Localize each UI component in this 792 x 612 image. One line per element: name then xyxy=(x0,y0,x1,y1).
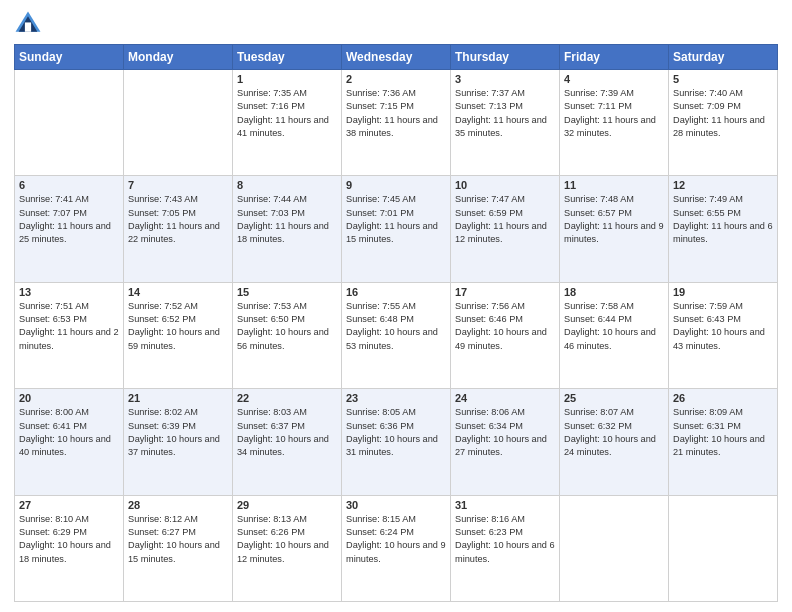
cell-info: Sunrise: 7:43 AM Sunset: 7:05 PM Dayligh… xyxy=(128,193,228,246)
cell-info: Sunrise: 8:15 AM Sunset: 6:24 PM Dayligh… xyxy=(346,513,446,566)
calendar-cell: 18Sunrise: 7:58 AM Sunset: 6:44 PM Dayli… xyxy=(560,282,669,388)
day-number: 3 xyxy=(455,73,555,85)
cell-info: Sunrise: 8:09 AM Sunset: 6:31 PM Dayligh… xyxy=(673,406,773,459)
calendar-header-monday: Monday xyxy=(124,45,233,70)
cell-info: Sunrise: 8:00 AM Sunset: 6:41 PM Dayligh… xyxy=(19,406,119,459)
cell-info: Sunrise: 7:37 AM Sunset: 7:13 PM Dayligh… xyxy=(455,87,555,140)
day-number: 18 xyxy=(564,286,664,298)
day-number: 5 xyxy=(673,73,773,85)
calendar-cell: 12Sunrise: 7:49 AM Sunset: 6:55 PM Dayli… xyxy=(669,176,778,282)
calendar-cell: 1Sunrise: 7:35 AM Sunset: 7:16 PM Daylig… xyxy=(233,70,342,176)
cell-info: Sunrise: 7:51 AM Sunset: 6:53 PM Dayligh… xyxy=(19,300,119,353)
calendar-header-sunday: Sunday xyxy=(15,45,124,70)
calendar-week-row: 6Sunrise: 7:41 AM Sunset: 7:07 PM Daylig… xyxy=(15,176,778,282)
day-number: 23 xyxy=(346,392,446,404)
calendar-cell: 2Sunrise: 7:36 AM Sunset: 7:15 PM Daylig… xyxy=(342,70,451,176)
calendar-cell: 21Sunrise: 8:02 AM Sunset: 6:39 PM Dayli… xyxy=(124,389,233,495)
cell-info: Sunrise: 8:13 AM Sunset: 6:26 PM Dayligh… xyxy=(237,513,337,566)
cell-info: Sunrise: 7:47 AM Sunset: 6:59 PM Dayligh… xyxy=(455,193,555,246)
calendar-cell: 25Sunrise: 8:07 AM Sunset: 6:32 PM Dayli… xyxy=(560,389,669,495)
cell-info: Sunrise: 8:05 AM Sunset: 6:36 PM Dayligh… xyxy=(346,406,446,459)
calendar-cell: 10Sunrise: 7:47 AM Sunset: 6:59 PM Dayli… xyxy=(451,176,560,282)
day-number: 15 xyxy=(237,286,337,298)
cell-info: Sunrise: 8:12 AM Sunset: 6:27 PM Dayligh… xyxy=(128,513,228,566)
calendar-cell: 16Sunrise: 7:55 AM Sunset: 6:48 PM Dayli… xyxy=(342,282,451,388)
logo-icon xyxy=(14,10,42,38)
cell-info: Sunrise: 8:02 AM Sunset: 6:39 PM Dayligh… xyxy=(128,406,228,459)
calendar-cell: 27Sunrise: 8:10 AM Sunset: 6:29 PM Dayli… xyxy=(15,495,124,601)
calendar-cell: 6Sunrise: 7:41 AM Sunset: 7:07 PM Daylig… xyxy=(15,176,124,282)
calendar-header-wednesday: Wednesday xyxy=(342,45,451,70)
day-number: 10 xyxy=(455,179,555,191)
day-number: 27 xyxy=(19,499,119,511)
day-number: 6 xyxy=(19,179,119,191)
day-number: 11 xyxy=(564,179,664,191)
day-number: 21 xyxy=(128,392,228,404)
cell-info: Sunrise: 7:40 AM Sunset: 7:09 PM Dayligh… xyxy=(673,87,773,140)
calendar-cell: 17Sunrise: 7:56 AM Sunset: 6:46 PM Dayli… xyxy=(451,282,560,388)
day-number: 7 xyxy=(128,179,228,191)
cell-info: Sunrise: 7:44 AM Sunset: 7:03 PM Dayligh… xyxy=(237,193,337,246)
calendar-week-row: 27Sunrise: 8:10 AM Sunset: 6:29 PM Dayli… xyxy=(15,495,778,601)
day-number: 9 xyxy=(346,179,446,191)
cell-info: Sunrise: 8:16 AM Sunset: 6:23 PM Dayligh… xyxy=(455,513,555,566)
day-number: 19 xyxy=(673,286,773,298)
cell-info: Sunrise: 7:56 AM Sunset: 6:46 PM Dayligh… xyxy=(455,300,555,353)
cell-info: Sunrise: 8:06 AM Sunset: 6:34 PM Dayligh… xyxy=(455,406,555,459)
calendar-table: SundayMondayTuesdayWednesdayThursdayFrid… xyxy=(14,44,778,602)
calendar-cell: 22Sunrise: 8:03 AM Sunset: 6:37 PM Dayli… xyxy=(233,389,342,495)
calendar-header-tuesday: Tuesday xyxy=(233,45,342,70)
calendar-cell: 8Sunrise: 7:44 AM Sunset: 7:03 PM Daylig… xyxy=(233,176,342,282)
day-number: 13 xyxy=(19,286,119,298)
calendar-cell xyxy=(15,70,124,176)
day-number: 25 xyxy=(564,392,664,404)
cell-info: Sunrise: 8:10 AM Sunset: 6:29 PM Dayligh… xyxy=(19,513,119,566)
calendar-cell: 14Sunrise: 7:52 AM Sunset: 6:52 PM Dayli… xyxy=(124,282,233,388)
cell-info: Sunrise: 7:53 AM Sunset: 6:50 PM Dayligh… xyxy=(237,300,337,353)
day-number: 22 xyxy=(237,392,337,404)
day-number: 29 xyxy=(237,499,337,511)
day-number: 4 xyxy=(564,73,664,85)
logo xyxy=(14,10,46,38)
calendar-cell: 29Sunrise: 8:13 AM Sunset: 6:26 PM Dayli… xyxy=(233,495,342,601)
calendar-cell xyxy=(124,70,233,176)
day-number: 17 xyxy=(455,286,555,298)
day-number: 26 xyxy=(673,392,773,404)
calendar-cell: 11Sunrise: 7:48 AM Sunset: 6:57 PM Dayli… xyxy=(560,176,669,282)
cell-info: Sunrise: 7:39 AM Sunset: 7:11 PM Dayligh… xyxy=(564,87,664,140)
day-number: 31 xyxy=(455,499,555,511)
calendar-cell: 3Sunrise: 7:37 AM Sunset: 7:13 PM Daylig… xyxy=(451,70,560,176)
page: SundayMondayTuesdayWednesdayThursdayFrid… xyxy=(0,0,792,612)
day-number: 1 xyxy=(237,73,337,85)
calendar-cell: 9Sunrise: 7:45 AM Sunset: 7:01 PM Daylig… xyxy=(342,176,451,282)
header xyxy=(14,10,778,38)
calendar-header-thursday: Thursday xyxy=(451,45,560,70)
svg-rect-2 xyxy=(25,22,31,31)
cell-info: Sunrise: 7:35 AM Sunset: 7:16 PM Dayligh… xyxy=(237,87,337,140)
day-number: 14 xyxy=(128,286,228,298)
day-number: 30 xyxy=(346,499,446,511)
calendar-cell: 7Sunrise: 7:43 AM Sunset: 7:05 PM Daylig… xyxy=(124,176,233,282)
cell-info: Sunrise: 7:48 AM Sunset: 6:57 PM Dayligh… xyxy=(564,193,664,246)
cell-info: Sunrise: 7:45 AM Sunset: 7:01 PM Dayligh… xyxy=(346,193,446,246)
calendar-cell: 19Sunrise: 7:59 AM Sunset: 6:43 PM Dayli… xyxy=(669,282,778,388)
calendar-header-row: SundayMondayTuesdayWednesdayThursdayFrid… xyxy=(15,45,778,70)
calendar-cell xyxy=(669,495,778,601)
calendar-cell: 23Sunrise: 8:05 AM Sunset: 6:36 PM Dayli… xyxy=(342,389,451,495)
calendar-cell: 13Sunrise: 7:51 AM Sunset: 6:53 PM Dayli… xyxy=(15,282,124,388)
day-number: 24 xyxy=(455,392,555,404)
cell-info: Sunrise: 7:59 AM Sunset: 6:43 PM Dayligh… xyxy=(673,300,773,353)
cell-info: Sunrise: 8:03 AM Sunset: 6:37 PM Dayligh… xyxy=(237,406,337,459)
calendar-header-saturday: Saturday xyxy=(669,45,778,70)
calendar-cell xyxy=(560,495,669,601)
cell-info: Sunrise: 7:52 AM Sunset: 6:52 PM Dayligh… xyxy=(128,300,228,353)
calendar-cell: 28Sunrise: 8:12 AM Sunset: 6:27 PM Dayli… xyxy=(124,495,233,601)
day-number: 28 xyxy=(128,499,228,511)
calendar-cell: 15Sunrise: 7:53 AM Sunset: 6:50 PM Dayli… xyxy=(233,282,342,388)
day-number: 20 xyxy=(19,392,119,404)
calendar-week-row: 13Sunrise: 7:51 AM Sunset: 6:53 PM Dayli… xyxy=(15,282,778,388)
cell-info: Sunrise: 7:41 AM Sunset: 7:07 PM Dayligh… xyxy=(19,193,119,246)
cell-info: Sunrise: 7:36 AM Sunset: 7:15 PM Dayligh… xyxy=(346,87,446,140)
calendar-cell: 30Sunrise: 8:15 AM Sunset: 6:24 PM Dayli… xyxy=(342,495,451,601)
calendar-cell: 31Sunrise: 8:16 AM Sunset: 6:23 PM Dayli… xyxy=(451,495,560,601)
